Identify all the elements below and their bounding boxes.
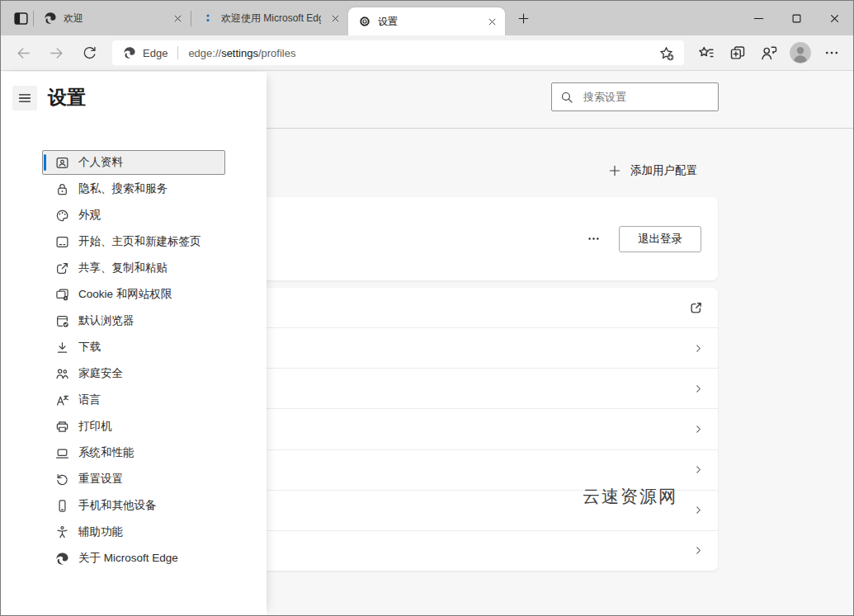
sidebar-item-13[interactable]: 重置设置 (42, 467, 225, 491)
sign-out-button[interactable]: 退出登录 (619, 226, 701, 252)
reload-button[interactable] (73, 39, 106, 67)
sidebar-item-label: 下载 (78, 340, 101, 355)
tab-title: 设置 (378, 15, 478, 29)
window-controls (739, 1, 853, 35)
sidebar-item-7[interactable]: 默认浏览器 (42, 308, 225, 333)
sidebar-item-2[interactable]: 隐私、搜索和服务 (42, 176, 225, 201)
sidebar-item-11[interactable]: 打印机 (42, 414, 225, 439)
settings-menu-toggle[interactable] (12, 86, 37, 111)
back-arrow-icon (16, 45, 31, 61)
home-icon (55, 235, 69, 249)
close-icon (172, 13, 183, 24)
add-profile-button[interactable]: 添加用户配置 (608, 159, 697, 182)
sidebar-item-14[interactable]: 手机和其他设备 (42, 493, 225, 518)
phone-icon (55, 499, 69, 513)
tab-3[interactable]: 设置 (348, 7, 505, 35)
add-favorite-button[interactable] (654, 42, 677, 63)
sidebar-item-8[interactable]: 下载 (42, 335, 225, 360)
open-external-icon (688, 300, 704, 316)
collections-button[interactable] (722, 39, 753, 67)
browser-menu-button[interactable] (816, 39, 847, 67)
settings-search-box[interactable] (551, 82, 719, 111)
profile-card: 退出登录 (257, 197, 718, 280)
settings-row-4[interactable] (257, 409, 718, 449)
reload-icon (82, 45, 97, 61)
sidebar-item-label: Cookie 和网站权限 (78, 287, 172, 302)
chevron-right-icon (693, 424, 704, 435)
plus-icon (517, 12, 530, 25)
settings-row-2[interactable] (257, 328, 718, 369)
dots-horizontal-icon (587, 232, 601, 246)
close-icon (828, 12, 841, 25)
sidebar-item-15[interactable]: 辅助功能 (42, 520, 225, 544)
maximize-button[interactable] (777, 1, 815, 35)
sidebar-item-6[interactable]: Cookie 和网站权限 (42, 282, 225, 307)
tab-close-button[interactable] (170, 11, 186, 26)
chevron-right-icon (693, 464, 704, 475)
plus-icon (608, 164, 621, 177)
sidebar-item-4[interactable]: 开始、主页和新建标签页 (42, 229, 225, 254)
blue-dots-icon (201, 12, 215, 25)
back-button[interactable] (7, 39, 40, 67)
default-browser-icon (55, 314, 69, 328)
url-text: edge://settings/profiles (188, 47, 654, 59)
new-tab-button[interactable] (512, 7, 535, 30)
download-icon (55, 341, 69, 355)
star-plus-icon (658, 45, 674, 61)
lock-icon (55, 182, 69, 196)
sidebar-item-label: 辅助功能 (78, 524, 123, 539)
tab-actions-button[interactable] (8, 6, 33, 31)
settings-row-3[interactable] (257, 369, 718, 409)
sidebar-item-12[interactable]: 系统和性能 (42, 440, 225, 465)
feedback-button[interactable] (753, 39, 785, 67)
chevron-right-icon (693, 545, 704, 556)
sidebar-item-10[interactable]: 语言 (42, 388, 225, 412)
address-bar[interactable]: Edge edge://settings/profiles (112, 40, 684, 65)
add-profile-label: 添加用户配置 (630, 163, 697, 178)
tab-title: 欢迎使用 Microsoft Edg (221, 12, 321, 26)
settings-menu: 个人资料隐私、搜索和服务外观开始、主页和新建标签页共享、复制和粘贴Cookie … (42, 150, 225, 571)
language-icon (55, 393, 69, 407)
tab-close-button[interactable] (328, 11, 343, 26)
dots-horizontal-icon (823, 45, 840, 61)
minimize-button[interactable] (739, 1, 777, 35)
browser-window: 欢迎欢迎使用 Microsoft Edg设置 Edge edge://setti… (0, 0, 854, 616)
edge-logo-icon (123, 46, 136, 59)
tab-strip: 欢迎欢迎使用 Microsoft Edg设置 (33, 1, 505, 35)
settings-row-7[interactable] (257, 531, 718, 571)
star-lines-icon (698, 45, 715, 61)
chevron-right-icon (693, 505, 704, 515)
tab-2[interactable]: 欢迎使用 Microsoft Edg (191, 1, 348, 35)
sidebar-item-label: 隐私、搜索和服务 (78, 181, 167, 196)
edge-logo-icon (55, 552, 69, 566)
tab-1[interactable]: 欢迎 (34, 1, 191, 35)
forward-button[interactable] (40, 39, 73, 67)
settings-row-1[interactable] (257, 288, 718, 328)
titlebar: 欢迎欢迎使用 Microsoft Edg设置 (1, 1, 853, 35)
close-icon (487, 16, 498, 27)
settings-search-input[interactable] (582, 90, 730, 104)
settings-drawer-header: 设置 (1, 72, 267, 111)
share-icon (55, 261, 69, 275)
close-button[interactable] (815, 1, 853, 35)
minimize-icon (753, 12, 765, 25)
sidebar-item-label: 开始、主页和新建标签页 (78, 234, 201, 249)
sidebar-item-3[interactable]: 外观 (42, 203, 225, 228)
more-options-button[interactable] (581, 227, 606, 252)
collections-icon (729, 45, 746, 61)
site-chip-label: Edge (143, 47, 167, 59)
tab-title: 欢迎 (64, 12, 163, 26)
sidebar-item-9[interactable]: 家庭安全 (42, 361, 225, 386)
sidebar-item-label: 系统和性能 (78, 445, 134, 460)
sidebar-item-5[interactable]: 共享、复制和粘贴 (42, 256, 225, 280)
sidebar-item-1[interactable]: 个人资料 (42, 150, 225, 175)
url-separator (177, 46, 178, 59)
forward-arrow-icon (49, 45, 64, 61)
accessibility-icon (55, 525, 69, 539)
sidebar-item-16[interactable]: 关于 Microsoft Edge (42, 546, 225, 571)
close-icon (330, 13, 341, 24)
favorites-button[interactable] (691, 39, 722, 67)
tab-close-button[interactable] (484, 14, 500, 30)
appearance-icon (55, 209, 69, 223)
profile-avatar-button[interactable] (785, 39, 816, 67)
